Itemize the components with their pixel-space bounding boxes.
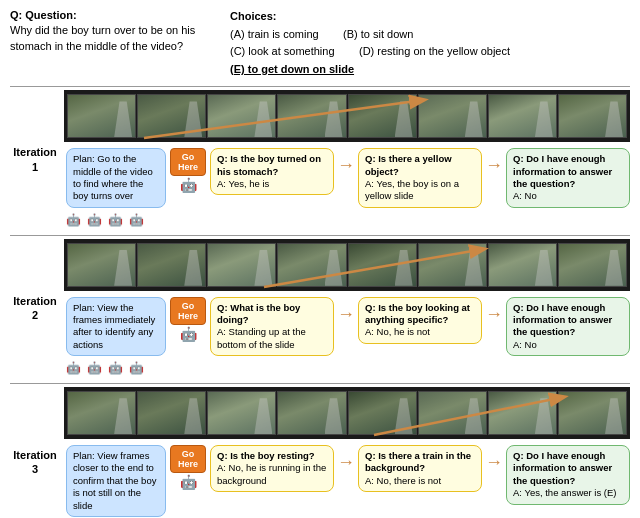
iteration-3-label: Iteration 3 — [10, 448, 60, 477]
robot-icon-3a: 🤖 — [180, 475, 197, 489]
qa-box-3a: Q: Is the boy resting? A: No, he is runn… — [210, 445, 334, 492]
qa-box-1a: Q: Is the boy turned on his stomach? A: … — [210, 148, 334, 195]
film-strip-1 — [64, 90, 630, 145]
qa-box-3b: Q: Is there a train in the background? A… — [358, 445, 482, 492]
qa1-q3: Q: Do I have enough information to answe… — [513, 153, 623, 190]
arrow-3a: → — [337, 453, 355, 471]
iteration-1-main: Plan: Go to the middle of the video to f… — [64, 90, 630, 228]
iter-divider-2 — [10, 383, 630, 384]
go-box-2: Go Here 🤖 — [169, 297, 207, 341]
qa1-q1: Q: Is the boy turned on his stomach? — [217, 153, 327, 178]
frame-1-8 — [558, 94, 627, 138]
iter-divider-1 — [10, 235, 630, 236]
header-divider — [10, 86, 630, 87]
film-bg-2 — [64, 239, 630, 291]
plan-box-3: Plan: View frames closer to the end to c… — [66, 445, 166, 517]
iteration-1-label: Iteration 1 — [10, 145, 60, 174]
iteration-2-block: Iteration 2 — [10, 239, 630, 377]
frame-2-6 — [418, 243, 487, 287]
header: Q: Question: Why did the boy turn over t… — [10, 8, 630, 78]
frame-1-2 — [137, 94, 206, 138]
robot-sm-2c: 🤖 — [108, 361, 123, 375]
film-strip-3 — [64, 387, 630, 442]
robot-sm-1b: 🤖 — [87, 213, 102, 227]
qa-box-1c: Q: Do I have enough information to answe… — [506, 148, 630, 207]
arrow-1a: → — [337, 156, 355, 174]
choice-a: (A) train is coming — [230, 28, 319, 40]
frame-1-4 — [277, 94, 346, 138]
film-strip-2 — [64, 239, 630, 294]
film-bg-3 — [64, 387, 630, 439]
iteration-3-block: Iteration 3 — [10, 387, 630, 518]
qa2-a3: A: No — [513, 339, 623, 351]
question-text: Why did the boy turn over to be on his s… — [10, 24, 195, 51]
robot-sm-1a: 🤖 — [66, 213, 81, 227]
frame-3-4 — [277, 391, 346, 435]
qa3-a2: A: No, there is not — [365, 475, 475, 487]
frame-1-6 — [418, 94, 487, 138]
robot-sm-2b: 🤖 — [87, 361, 102, 375]
qa1-a2: A: Yes, the boy is on a yellow slide — [365, 178, 475, 203]
frame-3-3 — [207, 391, 276, 435]
qa3-q2: Q: Is there a train in the background? — [365, 450, 475, 475]
frame-1-5 — [348, 94, 417, 138]
iteration-2-main: Plan: View the frames immediately after … — [64, 239, 630, 377]
qa2-a2: A: No, he is not — [365, 326, 475, 338]
qa2-q2: Q: Is the boy looking at anything specif… — [365, 302, 475, 327]
question-label: Q: Question: — [10, 9, 77, 21]
bubbles-row-1: Plan: Go to the middle of the video to f… — [64, 148, 630, 207]
bots-row-1: 🤖 🤖 🤖 🤖 — [64, 211, 630, 229]
plan-box-1: Plan: Go to the middle of the video to f… — [66, 148, 166, 207]
frame-3-6 — [418, 391, 487, 435]
go-here-btn-1[interactable]: Go Here — [170, 148, 206, 176]
arrow-2b: → — [485, 305, 503, 323]
page-wrapper: Q: Question: Why did the boy turn over t… — [0, 0, 640, 518]
arrow-3b: → — [485, 453, 503, 471]
go-here-btn-2[interactable]: Go Here — [170, 297, 206, 325]
frame-2-8 — [558, 243, 627, 287]
frame-3-5 — [348, 391, 417, 435]
qa3-q3: Q: Do I have enough information to answe… — [513, 450, 623, 487]
bubbles-row-3: Plan: View frames closer to the end to c… — [64, 445, 630, 517]
robot-sm-1d: 🤖 — [129, 213, 144, 227]
frame-1-1 — [67, 94, 136, 138]
qa3-a1: A: No, he is running in the background — [217, 462, 327, 487]
qa-box-2c: Q: Do I have enough information to answe… — [506, 297, 630, 356]
arrow-1b: → — [485, 156, 503, 174]
qa1-q2: Q: Is there a yellow object? — [365, 153, 475, 178]
robot-sm-2d: 🤖 — [129, 361, 144, 375]
frame-2-7 — [488, 243, 557, 287]
go-box-1: Go Here 🤖 — [169, 148, 207, 192]
qa3-q1: Q: Is the boy resting? — [217, 450, 327, 462]
choice-e: (E) to get down on slide — [230, 63, 354, 75]
go-here-btn-3[interactable]: Go Here — [170, 445, 206, 473]
qa-box-1b: Q: Is there a yellow object? A: Yes, the… — [358, 148, 482, 207]
frame-2-2 — [137, 243, 206, 287]
choices-label: Choices: — [230, 10, 276, 22]
iteration-2-label: Iteration 2 — [10, 294, 60, 323]
frame-3-1 — [67, 391, 136, 435]
arrow-2a: → — [337, 305, 355, 323]
frame-1-3 — [207, 94, 276, 138]
qa2-q1: Q: What is the boy doing? — [217, 302, 327, 327]
qa3-a3: A: Yes, the answer is (E) — [513, 487, 623, 499]
frame-3-7 — [488, 391, 557, 435]
robot-sm-1c: 🤖 — [108, 213, 123, 227]
bots-row-2: 🤖 🤖 🤖 🤖 — [64, 359, 630, 377]
qa1-a1: A: Yes, he is — [217, 178, 327, 190]
frame-2-4 — [277, 243, 346, 287]
header-question: Q: Question: Why did the boy turn over t… — [10, 8, 210, 78]
robot-icon-2a: 🤖 — [180, 327, 197, 341]
qa-box-2b: Q: Is the boy looking at anything specif… — [358, 297, 482, 344]
qa-box-3c: Q: Do I have enough information to answe… — [506, 445, 630, 504]
plan-box-2: Plan: View the frames immediately after … — [66, 297, 166, 356]
go-box-3: Go Here 🤖 — [169, 445, 207, 489]
choice-d: (D) resting on the yellow object — [359, 45, 510, 57]
bubbles-row-2: Plan: View the frames immediately after … — [64, 297, 630, 356]
header-choices: Choices: (A) train is coming (B) to sit … — [230, 8, 630, 78]
iteration-1-block: Iteration 1 — [10, 90, 630, 228]
film-bg-1 — [64, 90, 630, 142]
frame-1-7 — [488, 94, 557, 138]
choice-c: (C) look at something — [230, 45, 335, 57]
qa2-a1: A: Standing up at the bottom of the slid… — [217, 326, 327, 351]
